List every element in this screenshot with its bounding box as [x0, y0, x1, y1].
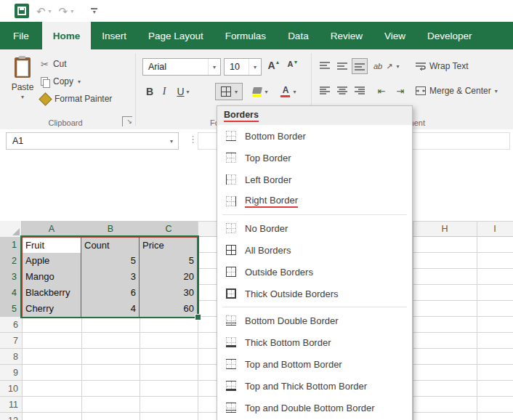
row-header-9[interactable]: 9: [0, 365, 22, 381]
tab-data[interactable]: Data: [277, 22, 320, 49]
cut-button[interactable]: ✂ Cut: [41, 57, 67, 71]
cell-b3[interactable]: 3: [81, 269, 140, 286]
tab-page-layout[interactable]: Page Layout: [137, 22, 214, 49]
column-header-b[interactable]: B: [81, 221, 140, 237]
italic-button[interactable]: I: [158, 83, 170, 100]
cell-c1[interactable]: Price: [140, 237, 198, 254]
cell-a2[interactable]: Apple: [22, 253, 81, 270]
undo-icon[interactable]: ↶: [36, 6, 46, 17]
font-name-combobox[interactable]: Arial ▾: [142, 58, 221, 76]
row-header-8[interactable]: 8: [0, 349, 22, 365]
tab-view[interactable]: View: [373, 22, 416, 49]
fill-color-button[interactable]: ▾: [247, 83, 273, 100]
menu-item-right-border[interactable]: Right Border: [217, 190, 412, 212]
menu-item-thick-outside-borders[interactable]: Thick Outside Borders: [217, 283, 412, 304]
tab-developer[interactable]: Developer: [416, 22, 483, 49]
menu-item-top-border[interactable]: Top Border: [217, 147, 412, 169]
row-header-12[interactable]: 12: [0, 413, 22, 420]
row-header-10[interactable]: 10: [0, 381, 22, 397]
paste-button[interactable]: Paste ▾: [6, 55, 39, 119]
cell-c5[interactable]: 60: [140, 301, 198, 318]
merge-center-button[interactable]: Merge & Center ▾: [416, 83, 498, 99]
column-header-i[interactable]: I: [477, 221, 513, 237]
select-all-corner[interactable]: [0, 221, 22, 237]
cell-c2[interactable]: 5: [140, 253, 198, 270]
copy-button[interactable]: Copy ▾: [41, 74, 81, 89]
cell-b1[interactable]: Count: [81, 237, 140, 254]
row-header-1[interactable]: 1: [0, 237, 22, 253]
font-name-dropdown-icon[interactable]: ▾: [208, 59, 220, 75]
borders-button[interactable]: ▾: [215, 83, 243, 100]
menu-item-thick-bottom-border[interactable]: Thick Bottom Border: [217, 331, 412, 353]
row-header-11[interactable]: 11: [0, 397, 22, 413]
undo-dropdown-icon[interactable]: ▾: [49, 8, 52, 15]
fill-color-dropdown-icon[interactable]: ▾: [264, 89, 267, 95]
redo-icon[interactable]: ↷: [59, 6, 68, 17]
menu-item-top-and-bottom-border[interactable]: Top and Bottom Border: [217, 353, 412, 375]
row-header-4[interactable]: 4: [0, 285, 22, 301]
customize-quick-access-toolbar-icon[interactable]: ▾: [91, 8, 97, 14]
menu-item-no-border[interactable]: No Border: [217, 217, 412, 239]
clipboard-dialog-launcher-icon[interactable]: ↘: [122, 116, 132, 126]
font-color-dropdown-icon[interactable]: ▾: [293, 89, 296, 95]
orientation-button[interactable]: ab ↗ ▾: [373, 58, 399, 74]
row-header-7[interactable]: 7: [0, 333, 22, 349]
row-header-6[interactable]: 6: [0, 317, 22, 333]
cell-c3[interactable]: 20: [140, 269, 198, 286]
decrease-indent-icon[interactable]: ⇤: [373, 83, 389, 99]
menu-item-bottom-double-border[interactable]: Bottom Double Border: [217, 310, 412, 331]
cell-a3[interactable]: Mango: [22, 269, 81, 286]
orientation-dropdown-icon[interactable]: ▾: [396, 63, 399, 70]
save-icon[interactable]: [15, 4, 29, 18]
underline-button[interactable]: U ▾: [171, 83, 195, 100]
fill-handle[interactable]: [195, 314, 201, 320]
cell-c4[interactable]: 30: [140, 285, 198, 302]
row-header-2[interactable]: 2: [0, 253, 22, 269]
wrap-text-button[interactable]: Wrap Text: [416, 58, 469, 74]
underline-dropdown-icon[interactable]: ▾: [187, 89, 190, 95]
align-right-icon[interactable]: [352, 83, 368, 99]
menu-item-bottom-border[interactable]: Bottom Border: [217, 125, 412, 147]
menu-item-top-and-thick-bottom-border[interactable]: Top and Thick Bottom Border: [217, 375, 412, 397]
middle-align-icon[interactable]: [334, 58, 350, 74]
merge-center-dropdown-icon[interactable]: ▾: [495, 88, 498, 94]
tab-review[interactable]: Review: [320, 22, 373, 49]
cell-a5[interactable]: Cherry: [22, 301, 81, 318]
cell-a4[interactable]: Blackberry: [22, 285, 81, 302]
column-header-a[interactable]: A: [22, 221, 81, 237]
font-size-dropdown-icon[interactable]: ▾: [249, 59, 261, 75]
copy-dropdown-icon[interactable]: ▾: [78, 78, 81, 85]
shrink-font-icon[interactable]: A▼: [285, 60, 301, 76]
cell-b4[interactable]: 6: [81, 285, 140, 302]
tab-home[interactable]: Home: [42, 22, 92, 49]
top-align-icon[interactable]: [317, 58, 333, 74]
cell-b5[interactable]: 4: [81, 301, 140, 318]
tab-insert[interactable]: Insert: [91, 22, 137, 49]
row-header-5[interactable]: 5: [0, 301, 22, 317]
menu-item-outside-borders[interactable]: Outside Borders: [217, 261, 412, 283]
bottom-align-icon[interactable]: [352, 58, 368, 74]
tab-formulas[interactable]: Formulas: [214, 22, 277, 49]
paste-dropdown-icon[interactable]: ▾: [21, 94, 24, 100]
formula-bar-grip-icon[interactable]: ⋮: [188, 134, 198, 145]
menu-item-all-borders[interactable]: All Borders: [217, 239, 412, 261]
redo-dropdown-icon[interactable]: ▾: [70, 8, 73, 15]
increase-indent-icon[interactable]: ⇥: [392, 83, 408, 99]
tab-file[interactable]: File: [0, 22, 42, 49]
font-size-combobox[interactable]: 10 ▾: [224, 58, 262, 76]
column-header-c[interactable]: C: [140, 221, 198, 237]
cell-b2[interactable]: 5: [81, 253, 140, 270]
font-color-button[interactable]: A ▾: [276, 83, 301, 100]
borders-dropdown-icon[interactable]: ▾: [235, 89, 238, 95]
align-center-icon[interactable]: [334, 83, 350, 99]
name-box[interactable]: A1 ▾: [6, 132, 179, 150]
row-header-3[interactable]: 3: [0, 269, 22, 285]
bold-button[interactable]: B: [142, 83, 157, 100]
align-left-icon[interactable]: [317, 83, 333, 99]
column-header-h[interactable]: H: [413, 221, 477, 237]
menu-item-top-and-double-bottom-border[interactable]: Top and Double Bottom Border: [217, 397, 412, 419]
menu-item-left-border[interactable]: Left Border: [217, 169, 412, 190]
format-painter-button[interactable]: Format Painter: [41, 92, 112, 106]
cell-a1-active[interactable]: Fruit: [22, 237, 81, 254]
grow-font-icon[interactable]: A▲: [266, 60, 282, 76]
